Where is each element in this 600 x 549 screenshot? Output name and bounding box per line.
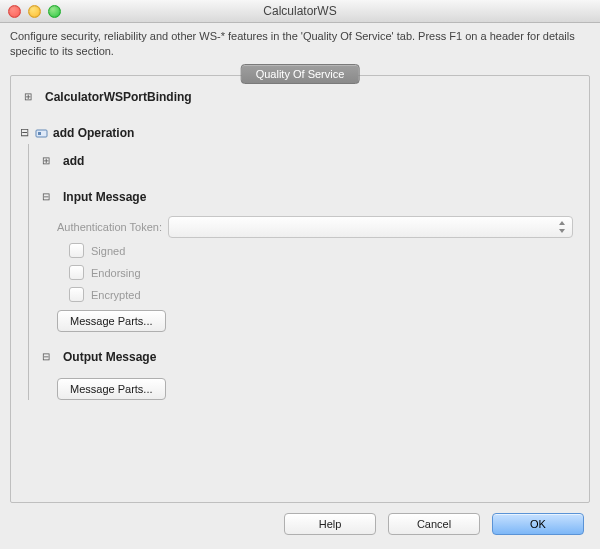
endorsing-label: Endorsing <box>91 267 141 279</box>
help-button[interactable]: Help <box>284 513 376 535</box>
operation-label: add <box>63 154 84 168</box>
tree-row-output-message[interactable]: Output Message <box>29 346 583 368</box>
titlebar: CalculatorWS <box>0 0 600 23</box>
binding-label: CalculatorWSPortBinding <box>45 90 192 104</box>
operation-group-label: add Operation <box>53 126 134 140</box>
endorsing-checkbox[interactable] <box>69 265 84 280</box>
input-message-parts-button[interactable]: Message Parts... <box>57 310 166 332</box>
collapse-icon[interactable] <box>17 126 31 140</box>
window-controls <box>8 5 61 18</box>
encrypted-label: Encrypted <box>91 289 141 301</box>
qos-panel: CalculatorWSPortBinding add Operation ad… <box>10 75 590 503</box>
tree-row-input-message[interactable]: Input Message <box>29 186 583 208</box>
collapse-icon[interactable] <box>39 350 53 364</box>
zoom-icon[interactable] <box>48 5 61 18</box>
chevron-updown-icon <box>558 219 566 235</box>
input-message-header: Input Message <box>63 190 146 204</box>
expand-icon[interactable] <box>39 154 53 168</box>
operation-icon <box>35 127 49 139</box>
auth-token-row: Authentication Token: <box>57 214 573 240</box>
close-icon[interactable] <box>8 5 21 18</box>
signed-label: Signed <box>91 245 125 257</box>
output-message-parts-button[interactable]: Message Parts... <box>57 378 166 400</box>
tree-row-binding[interactable]: CalculatorWSPortBinding <box>17 86 583 108</box>
collapse-icon[interactable] <box>39 190 53 204</box>
auth-token-select[interactable] <box>168 216 573 238</box>
ok-button[interactable]: OK <box>492 513 584 535</box>
signed-row[interactable]: Signed <box>69 240 583 262</box>
expand-icon[interactable] <box>21 90 35 104</box>
description-text: Configure security, reliability and othe… <box>0 23 600 61</box>
dialog-buttons: Help Cancel OK <box>0 503 600 535</box>
cancel-button[interactable]: Cancel <box>388 513 480 535</box>
window-title: CalculatorWS <box>0 4 600 18</box>
svg-rect-0 <box>36 130 47 137</box>
tree-row-operation[interactable]: add <box>29 150 583 172</box>
tab-quality-of-service[interactable]: Quality Of Service <box>241 64 360 84</box>
tree-row-operation-group[interactable]: add Operation <box>17 122 583 144</box>
endorsing-row[interactable]: Endorsing <box>69 262 583 284</box>
svg-rect-1 <box>38 132 41 135</box>
signed-checkbox[interactable] <box>69 243 84 258</box>
minimize-icon[interactable] <box>28 5 41 18</box>
encrypted-row[interactable]: Encrypted <box>69 284 583 306</box>
encrypted-checkbox[interactable] <box>69 287 84 302</box>
auth-token-label: Authentication Token: <box>57 221 162 233</box>
output-message-header: Output Message <box>63 350 156 364</box>
